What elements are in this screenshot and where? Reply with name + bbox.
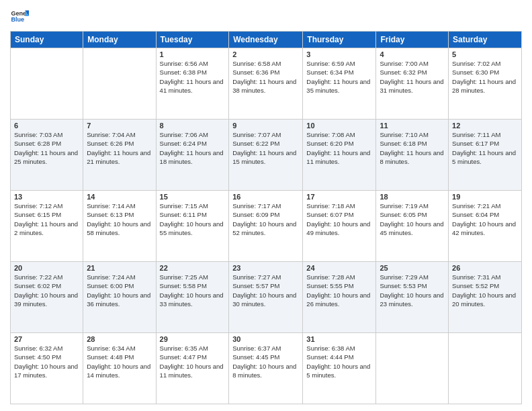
day-info: Sunrise: 7:24 AMSunset: 6:00 PMDaylight:… [87, 273, 152, 308]
day-number: 30 [232, 335, 299, 343]
logo-icon: General Blue [10, 7, 29, 26]
day-cell: 27Sunrise: 6:32 AMSunset: 4:50 PMDayligh… [11, 333, 83, 404]
day-info: Sunrise: 7:25 AMSunset: 5:58 PMDaylight:… [160, 273, 226, 308]
logo: General Blue [10, 7, 29, 26]
day-number: 29 [160, 335, 226, 343]
day-info: Sunrise: 7:02 AMSunset: 6:30 PMDaylight:… [452, 59, 518, 95]
day-info: Sunrise: 7:07 AMSunset: 6:22 PMDaylight:… [232, 130, 299, 166]
day-cell: 28Sunrise: 6:34 AMSunset: 4:48 PMDayligh… [83, 333, 156, 404]
day-cell: 1Sunrise: 6:56 AMSunset: 6:38 PMDaylight… [156, 48, 229, 120]
day-header-monday: Monday [83, 32, 156, 48]
day-cell: 19Sunrise: 7:21 AMSunset: 6:04 PMDayligh… [449, 191, 522, 262]
day-info: Sunrise: 7:00 AMSunset: 6:32 PMDaylight:… [380, 59, 445, 95]
day-number: 4 [380, 50, 445, 58]
day-cell: 2Sunrise: 6:58 AMSunset: 6:36 PMDaylight… [229, 48, 303, 120]
day-number: 19 [452, 193, 518, 201]
day-cell: 5Sunrise: 7:02 AMSunset: 6:30 PMDaylight… [449, 48, 522, 120]
day-cell: 4Sunrise: 7:00 AMSunset: 6:32 PMDaylight… [376, 48, 449, 120]
day-info: Sunrise: 7:10 AMSunset: 6:18 PMDaylight:… [380, 130, 445, 166]
day-cell [376, 333, 449, 404]
day-header-sunday: Sunday [11, 32, 83, 48]
day-number: 3 [306, 50, 372, 58]
day-number: 28 [87, 335, 152, 343]
day-info: Sunrise: 7:22 AMSunset: 6:02 PMDaylight:… [14, 273, 79, 308]
day-cell: 25Sunrise: 7:29 AMSunset: 5:53 PMDayligh… [376, 262, 449, 333]
calendar-table: SundayMondayTuesdayWednesdayThursdayFrid… [10, 31, 522, 404]
day-number: 20 [14, 264, 79, 272]
day-cell [449, 333, 522, 404]
day-info: Sunrise: 7:31 AMSunset: 5:52 PMDaylight:… [452, 273, 518, 308]
day-cell: 14Sunrise: 7:14 AMSunset: 6:13 PMDayligh… [83, 191, 156, 262]
day-header-wednesday: Wednesday [229, 32, 303, 48]
day-number: 7 [87, 122, 152, 130]
day-cell [11, 48, 83, 120]
day-cell: 22Sunrise: 7:25 AMSunset: 5:58 PMDayligh… [156, 262, 229, 333]
day-cell: 10Sunrise: 7:08 AMSunset: 6:20 PMDayligh… [303, 120, 376, 191]
day-info: Sunrise: 7:06 AMSunset: 6:24 PMDaylight:… [160, 130, 226, 166]
day-number: 27 [14, 335, 79, 343]
day-number: 23 [232, 264, 299, 272]
day-info: Sunrise: 6:56 AMSunset: 6:38 PMDaylight:… [160, 59, 226, 95]
day-number: 26 [452, 264, 518, 272]
day-cell: 8Sunrise: 7:06 AMSunset: 6:24 PMDaylight… [156, 120, 229, 191]
day-header-saturday: Saturday [449, 32, 522, 48]
day-cell: 16Sunrise: 7:17 AMSunset: 6:09 PMDayligh… [229, 191, 303, 262]
week-row-3: 13Sunrise: 7:12 AMSunset: 6:15 PMDayligh… [11, 191, 522, 262]
day-header-friday: Friday [376, 32, 449, 48]
day-cell: 21Sunrise: 7:24 AMSunset: 6:00 PMDayligh… [83, 262, 156, 333]
day-number: 5 [452, 50, 518, 58]
day-number: 17 [306, 193, 372, 201]
day-number: 1 [160, 50, 226, 58]
day-info: Sunrise: 7:27 AMSunset: 5:57 PMDaylight:… [232, 273, 299, 308]
day-number: 21 [87, 264, 152, 272]
day-info: Sunrise: 7:04 AMSunset: 6:26 PMDaylight:… [87, 130, 152, 166]
day-cell: 23Sunrise: 7:27 AMSunset: 5:57 PMDayligh… [229, 262, 303, 333]
day-info: Sunrise: 7:21 AMSunset: 6:04 PMDaylight:… [452, 201, 518, 237]
day-number: 31 [306, 335, 372, 343]
day-number: 15 [160, 193, 226, 201]
day-cell: 3Sunrise: 6:59 AMSunset: 6:34 PMDaylight… [303, 48, 376, 120]
day-cell: 15Sunrise: 7:15 AMSunset: 6:11 PMDayligh… [156, 191, 229, 262]
day-number: 12 [452, 122, 518, 130]
header: General Blue [10, 7, 522, 26]
day-number: 11 [380, 122, 445, 130]
day-number: 22 [160, 264, 226, 272]
day-number: 13 [14, 193, 79, 201]
calendar-page: General Blue SundayMondayTuesdayWednesda… [0, 0, 532, 411]
day-number: 6 [14, 122, 79, 130]
day-info: Sunrise: 7:19 AMSunset: 6:05 PMDaylight:… [380, 201, 445, 237]
day-info: Sunrise: 6:38 AMSunset: 4:44 PMDaylight:… [306, 344, 372, 379]
week-row-2: 6Sunrise: 7:03 AMSunset: 6:28 PMDaylight… [11, 120, 522, 191]
day-cell: 30Sunrise: 6:37 AMSunset: 4:45 PMDayligh… [229, 333, 303, 404]
week-row-5: 27Sunrise: 6:32 AMSunset: 4:50 PMDayligh… [11, 333, 522, 404]
day-cell: 20Sunrise: 7:22 AMSunset: 6:02 PMDayligh… [11, 262, 83, 333]
day-cell: 6Sunrise: 7:03 AMSunset: 6:28 PMDaylight… [11, 120, 83, 191]
day-info: Sunrise: 7:03 AMSunset: 6:28 PMDaylight:… [14, 130, 79, 166]
day-cell: 17Sunrise: 7:18 AMSunset: 6:07 PMDayligh… [303, 191, 376, 262]
day-info: Sunrise: 7:12 AMSunset: 6:15 PMDaylight:… [14, 201, 79, 237]
day-info: Sunrise: 7:28 AMSunset: 5:55 PMDaylight:… [306, 273, 372, 308]
day-info: Sunrise: 7:17 AMSunset: 6:09 PMDaylight:… [232, 201, 299, 237]
day-info: Sunrise: 6:35 AMSunset: 4:47 PMDaylight:… [160, 344, 226, 379]
svg-text:Blue: Blue [11, 16, 24, 23]
day-header-thursday: Thursday [303, 32, 376, 48]
day-info: Sunrise: 7:14 AMSunset: 6:13 PMDaylight:… [87, 201, 152, 237]
day-cell: 11Sunrise: 7:10 AMSunset: 6:18 PMDayligh… [376, 120, 449, 191]
day-cell: 12Sunrise: 7:11 AMSunset: 6:17 PMDayligh… [449, 120, 522, 191]
day-number: 2 [232, 50, 299, 58]
day-cell: 31Sunrise: 6:38 AMSunset: 4:44 PMDayligh… [303, 333, 376, 404]
day-info: Sunrise: 7:29 AMSunset: 5:53 PMDaylight:… [380, 273, 445, 308]
day-number: 14 [87, 193, 152, 201]
day-info: Sunrise: 6:34 AMSunset: 4:48 PMDaylight:… [87, 344, 152, 379]
week-row-4: 20Sunrise: 7:22 AMSunset: 6:02 PMDayligh… [11, 262, 522, 333]
day-info: Sunrise: 6:59 AMSunset: 6:34 PMDaylight:… [306, 59, 372, 95]
day-cell: 13Sunrise: 7:12 AMSunset: 6:15 PMDayligh… [11, 191, 83, 262]
day-info: Sunrise: 7:18 AMSunset: 6:07 PMDaylight:… [306, 201, 372, 237]
day-number: 16 [232, 193, 299, 201]
day-number: 25 [380, 264, 445, 272]
day-info: Sunrise: 6:37 AMSunset: 4:45 PMDaylight:… [232, 344, 299, 379]
day-cell: 24Sunrise: 7:28 AMSunset: 5:55 PMDayligh… [303, 262, 376, 333]
day-number: 24 [306, 264, 372, 272]
day-number: 9 [232, 122, 299, 130]
day-cell: 9Sunrise: 7:07 AMSunset: 6:22 PMDaylight… [229, 120, 303, 191]
